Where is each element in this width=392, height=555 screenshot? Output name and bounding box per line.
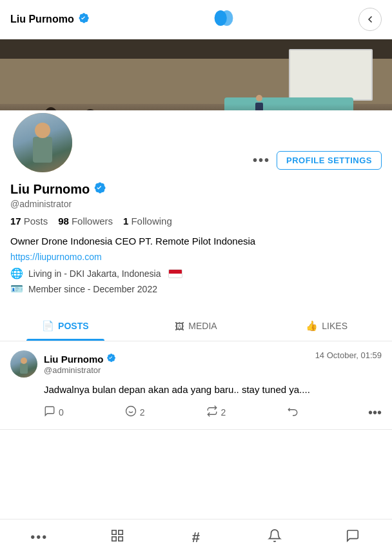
like-icon [125, 405, 137, 419]
top-bar-verified-icon [78, 12, 90, 26]
svg-rect-6 [119, 530, 122, 534]
repost-action[interactable]: 2 [206, 405, 288, 419]
likes-tab-label: LIKES [322, 321, 348, 331]
profile-name-row: Liu Purnomo [10, 181, 382, 197]
avatar [10, 110, 75, 175]
tabs-bar: 📄 POSTS 🖼 MEDIA 👍 LIKES [0, 311, 392, 341]
more-button[interactable]: ••• [253, 153, 270, 168]
nav-search[interactable]: # [157, 520, 235, 555]
post-user-info: Liu Purnomo @administrator [10, 350, 116, 378]
member-since-text: Member since - December 2022 [28, 284, 157, 294]
post-verified-icon [106, 353, 116, 365]
tab-media[interactable]: 🖼 MEDIA [131, 311, 262, 341]
likes-tab-icon: 👍 [306, 320, 318, 332]
tab-posts[interactable]: 📄 POSTS [0, 311, 131, 341]
post-more-action[interactable]: ••• [368, 405, 382, 420]
svg-point-2 [126, 407, 135, 416]
post-author-name: Liu Purnomo [44, 354, 104, 365]
nav-messages[interactable] [313, 520, 392, 555]
repost-icon [206, 405, 218, 419]
post-content: Jadwalnya bulan depan akan ada yang baru… [44, 383, 382, 398]
post-name-row: Liu Purnomo [44, 353, 116, 365]
followers-stat[interactable]: 98Followers [58, 216, 113, 227]
post-date: 14 October, 01:59 [315, 350, 382, 360]
back-button[interactable] [358, 8, 382, 31]
avatar-image [13, 113, 72, 172]
post-user-details: Liu Purnomo @administrator [44, 353, 116, 375]
post-header: Liu Purnomo @administrator 14 October, 0… [10, 350, 382, 378]
nav-messages-icon [346, 529, 360, 547]
nav-more-icon: ••• [30, 530, 48, 545]
repost-count: 2 [221, 407, 226, 418]
svg-rect-5 [112, 530, 116, 534]
profile-handle: @administrator [10, 199, 382, 209]
post-avatar [10, 350, 37, 378]
nav-bell-icon [268, 529, 282, 547]
following-stat[interactable]: 1Following [123, 216, 172, 227]
nav-feed[interactable] [79, 520, 157, 555]
app-logo [212, 6, 235, 32]
posts-tab-label: POSTS [58, 321, 88, 331]
top-bar: Liu Purnomo [0, 0, 392, 39]
comment-count: 0 [59, 407, 64, 418]
svg-point-1 [221, 10, 233, 26]
svg-rect-7 [119, 536, 122, 540]
like-action[interactable]: 2 [125, 405, 206, 419]
location-row: 🌐 Living in - DKI Jakarta, Indonesia [10, 267, 382, 279]
location-text: Living in - DKI Jakarta, Indonesia [28, 268, 161, 279]
top-bar-username: Liu Purnomo [10, 14, 74, 25]
share-icon [287, 405, 299, 419]
nav-feed-icon [110, 529, 124, 547]
media-tab-icon: 🖼 [175, 321, 184, 332]
posts-stat[interactable]: 17Posts [10, 216, 48, 227]
post-actions: 0 2 2 ••• [44, 405, 382, 420]
post-item: Liu Purnomo @administrator 14 October, 0… [0, 341, 392, 430]
tab-likes[interactable]: 👍 LIKES [261, 311, 392, 341]
nav-search-icon: # [192, 529, 200, 546]
cover-screen [289, 49, 373, 101]
media-tab-label: MEDIA [188, 321, 217, 331]
globe-icon: 🌐 [10, 267, 23, 279]
flag-icon [168, 269, 182, 278]
stats-row: 17Posts 98Followers 1Following [10, 216, 382, 227]
bio-link[interactable]: https://liupurnomo.com [10, 252, 382, 262]
posts-tab-icon: 📄 [42, 320, 54, 332]
nav-more[interactable]: ••• [0, 520, 79, 555]
comment-icon [44, 405, 55, 419]
comment-action[interactable]: 0 [44, 405, 125, 419]
avatar-actions: ••• PROFILE SETTINGS [253, 151, 382, 175]
profile-verified-icon [93, 181, 106, 197]
top-bar-left: Liu Purnomo [10, 12, 90, 26]
like-count: 2 [140, 407, 145, 418]
profile-section: ••• PROFILE SETTINGS Liu Purnomo @admini… [0, 110, 392, 306]
svg-rect-8 [112, 536, 116, 540]
member-since-row: 🪪 Member since - December 2022 [10, 283, 382, 295]
bio-text: Owner Drone Indonesia CEO PT. Remote Pil… [10, 234, 382, 248]
post-author-handle: @administrator [44, 365, 116, 375]
post-more-icon: ••• [368, 405, 382, 420]
calendar-icon: 🪪 [10, 283, 23, 295]
profile-name: Liu Purnomo [10, 182, 90, 197]
share-action[interactable] [287, 405, 368, 419]
avatar-row: ••• PROFILE SETTINGS [10, 110, 382, 175]
nav-notifications[interactable] [235, 520, 314, 555]
profile-settings-button[interactable]: PROFILE SETTINGS [277, 151, 382, 170]
bottom-nav: ••• # [0, 519, 392, 555]
